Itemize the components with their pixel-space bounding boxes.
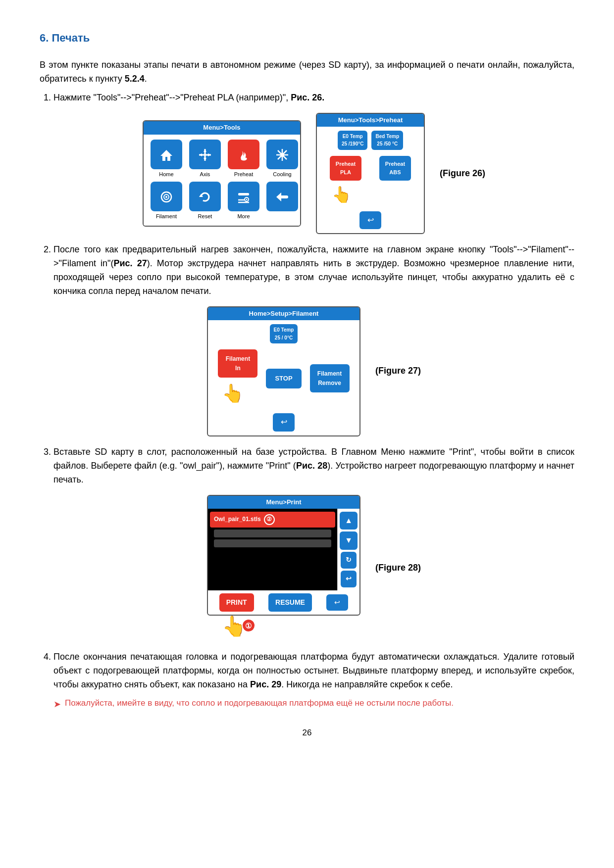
svg-marker-6 (208, 153, 211, 156)
tool-more[interactable] (228, 182, 259, 211)
tool-back[interactable] (266, 182, 298, 211)
print-file-3 (214, 539, 331, 547)
svg-marker-4 (204, 158, 206, 161)
print-btn[interactable]: PRINT (219, 593, 254, 612)
resume-btn[interactable]: RESUME (268, 593, 312, 612)
bed-temp-badge: Bed Temp 25 /50 °C (371, 131, 403, 150)
tools-menu-screen: Menu>Tools Home (143, 120, 301, 226)
tool-reset-label: Reset (198, 212, 212, 221)
filament-buttons: FilamentIn 👆 STOP FilamentRemove (208, 345, 359, 411)
figure-28-label: (Figure 28) (375, 561, 421, 575)
stop-btn[interactable]: STOP (266, 369, 301, 388)
filament-header: Home>Setup>Filament (208, 307, 359, 320)
print-back-btn[interactable]: ↩ (341, 571, 357, 587)
figure-28-row: Menu>Print Owl_pair_01.stls ② (53, 495, 574, 642)
tool-back-label (281, 212, 283, 221)
tool-reset[interactable] (189, 182, 221, 211)
print-up-btn[interactable]: ▲ (340, 512, 358, 530)
tool-axis[interactable] (189, 140, 221, 169)
preheat-back-row: ↩ (317, 209, 424, 234)
preheat-pla-btn[interactable]: PreheatPLA (330, 156, 361, 181)
tool-more-label: More (237, 212, 250, 221)
print-selected-file[interactable]: Owl_pair_01.stls ② (210, 512, 335, 528)
intro-text: В этом пункте показаны этапы печати в ав… (40, 58, 574, 86)
step-4: После окончания печатающая головка и под… (53, 650, 574, 712)
preheat-back-btn[interactable]: ↩ (359, 211, 381, 230)
svg-point-18 (246, 198, 247, 200)
preheat-buttons: PreheatPLA PreheatABS (317, 152, 424, 183)
filament-back-btn[interactable]: ↩ (273, 413, 295, 432)
step-1: Нажмите "Tools"-->"Preheat"-->"Preheat P… (53, 91, 574, 235)
filament-in-btn[interactable]: FilamentIn (218, 349, 257, 378)
step-2: После того как предварительный нагрев за… (53, 243, 574, 436)
filament-temp: E0 Temp 25 / 0°C (208, 320, 359, 345)
print-action-back[interactable]: ↩ (326, 594, 348, 611)
page-number: 26 (40, 726, 574, 739)
tool-home[interactable] (151, 140, 182, 169)
tool-filament-label: Filament (156, 212, 177, 221)
tool-filament[interactable] (151, 182, 182, 211)
svg-rect-22 (280, 195, 288, 198)
steps-list: Нажмите "Tools"-->"Preheat"-->"Preheat P… (40, 91, 574, 712)
preheat-temps: E0 Temp 25 /190°C Bed Temp 25 /50 °C (317, 127, 424, 152)
e0-temp-badge: E0 Temp 25 /190°C (338, 131, 368, 150)
print-layout: Owl_pair_01.stls ② ▲ ▼ ↻ ↩ (208, 509, 359, 590)
svg-point-11 (280, 153, 284, 157)
figure-27-row: Home>Setup>Filament E0 Temp 25 / 0°C Fil… (53, 306, 574, 436)
print-header: Menu>Print (208, 496, 359, 509)
print-file-2 (214, 530, 331, 537)
warning-arrow-icon: ➤ (53, 698, 61, 712)
filament-back-row: ↩ (208, 411, 359, 435)
print-down-btn[interactable]: ▼ (340, 531, 358, 550)
svg-rect-16 (238, 193, 249, 195)
tools-menu-header: Menu>Tools (144, 121, 300, 134)
tool-preheat[interactable] (228, 140, 259, 169)
filament-e0-temp: E0 Temp 25 / 0°C (270, 324, 298, 343)
svg-point-14 (165, 196, 167, 198)
figure-26-row: Menu>Tools Home (53, 113, 574, 235)
tool-preheat-label: Preheat (234, 170, 254, 179)
print-refresh-btn[interactable]: ↻ (341, 552, 357, 569)
tool-cooling-label: Cooling (273, 170, 291, 179)
figure-26-label: (Figure 26) (440, 167, 485, 181)
figure-27-label: (Figure 27) (375, 364, 421, 378)
tool-home-label: Home (159, 170, 173, 179)
filament-screen: Home>Setup>Filament E0 Temp 25 / 0°C Fil… (207, 306, 360, 436)
svg-marker-5 (199, 153, 202, 156)
hand-pointer-fig26: 👆 (317, 183, 424, 209)
page-title: 6. Печать (40, 30, 574, 47)
tool-cooling[interactable] (266, 140, 298, 169)
svg-marker-0 (160, 150, 172, 161)
print-nav-buttons: ▲ ▼ ↻ ↩ (337, 509, 359, 590)
filament-remove-btn[interactable]: FilamentRemove (310, 364, 350, 392)
print-screen: Menu>Print Owl_pair_01.stls ② (207, 495, 360, 616)
preheat-abs-btn[interactable]: PreheatABS (379, 156, 411, 181)
tool-axis-label: Axis (200, 170, 210, 179)
warning-text: Пожалуйста, имейте в виду, что сопло и п… (65, 697, 454, 710)
hand-pointer-fig28: 👆 ① (207, 611, 260, 641)
svg-marker-3 (204, 149, 206, 152)
warning-box: ➤ Пожалуйста, имейте в виду, что сопло и… (53, 697, 574, 712)
preheat-menu-header: Menu>Tools>Preheat (317, 114, 424, 127)
print-file-list: Owl_pair_01.stls ② (208, 509, 337, 590)
preheat-menu-screen: Menu>Tools>Preheat E0 Temp 25 /190°C Bed… (316, 113, 425, 235)
step-3: Вставьте SD карту в слот, расположенный … (53, 445, 574, 641)
